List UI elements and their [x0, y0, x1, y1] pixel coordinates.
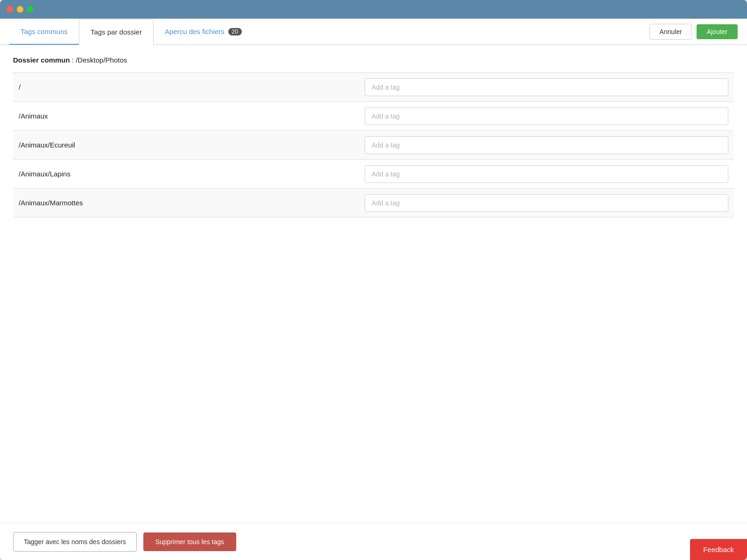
tab-bar: Tags communs Tags par dossier Apercu des… — [0, 19, 747, 45]
tag-input-2[interactable] — [365, 136, 728, 154]
tag-input-wrapper-0 — [359, 75, 734, 100]
tag-input-wrapper-1 — [359, 104, 734, 129]
tab-apercu-fichiers-label: Apercu des fichiers — [165, 28, 225, 35]
apercu-badge: 20 — [228, 28, 242, 35]
footer: Tagger avec les noms des dossiers Suppri… — [0, 523, 747, 560]
supprimer-button[interactable]: Supprimer tous les tags — [143, 532, 236, 551]
app-window: Tags communs Tags par dossier Apercu des… — [0, 0, 747, 560]
tab-tags-par-dossier-label: Tags par dossier — [91, 28, 142, 36]
traffic-lights — [7, 6, 34, 13]
tag-input-0[interactable] — [365, 78, 728, 96]
tag-input-wrapper-2 — [359, 133, 734, 158]
ajouter-button[interactable]: Ajouter — [697, 24, 738, 39]
tabs-container: Tags communs Tags par dossier Apercu des… — [9, 19, 649, 44]
maximize-button[interactable] — [27, 6, 34, 13]
main-content: Dossier commun : /Desktop/Photos / /Anim… — [0, 45, 747, 523]
tag-input-4[interactable] — [365, 194, 728, 212]
tagger-button[interactable]: Tagger avec les noms des dossiers — [13, 532, 137, 552]
annuler-button[interactable]: Annuler — [649, 24, 691, 40]
table-row: / — [13, 73, 734, 102]
table-row: /Animaux/Lapins — [13, 160, 734, 189]
folder-path-4: /Animaux/Marmottes — [13, 194, 359, 211]
table-row: /Animaux/Marmottes — [13, 189, 734, 217]
feedback-button[interactable]: Feedback — [690, 539, 747, 560]
minimize-button[interactable] — [17, 6, 23, 13]
dossier-commun-label: Dossier commun — [13, 56, 70, 64]
table-row: /Animaux — [13, 102, 734, 131]
folder-path-1: /Animaux — [13, 107, 359, 125]
title-bar — [0, 0, 747, 19]
tab-apercu-fichiers[interactable]: Apercu des fichiers 20 — [154, 19, 253, 45]
tag-input-wrapper-3 — [359, 161, 734, 187]
tag-input-1[interactable] — [365, 107, 728, 125]
close-button[interactable] — [7, 6, 13, 13]
folder-path-2: /Animaux/Ecureuil — [13, 136, 359, 154]
dossier-commun-info: Dossier commun : /Desktop/Photos — [13, 56, 734, 64]
tab-tags-communs-label: Tags communs — [21, 28, 68, 35]
tag-input-3[interactable] — [365, 165, 728, 183]
tab-tags-par-dossier[interactable]: Tags par dossier — [79, 19, 154, 45]
table-row: /Animaux/Ecureuil — [13, 131, 734, 160]
tab-actions: Annuler Ajouter — [649, 24, 738, 40]
dossier-commun-path: : /Desktop/Photos — [70, 56, 127, 64]
tag-input-wrapper-4 — [359, 190, 734, 216]
folder-path-0: / — [13, 78, 359, 96]
folder-list: / /Animaux /Animaux/Ecureuil /Animaux/La… — [13, 72, 734, 217]
tab-tags-communs[interactable]: Tags communs — [9, 19, 79, 45]
folder-path-3: /Animaux/Lapins — [13, 165, 359, 182]
